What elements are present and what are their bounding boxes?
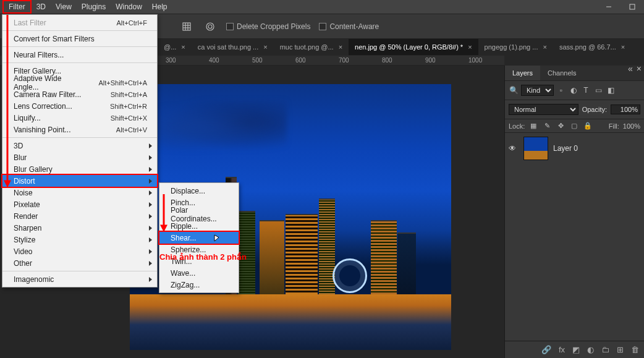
svg-rect-1: [630, 4, 635, 9]
menu-zigzag[interactable]: ZigZag...: [159, 279, 239, 291]
menu-liquify[interactable]: Liquify...Shift+Ctrl+X: [2, 112, 157, 124]
minimize-button[interactable]: [597, 0, 621, 14]
annotation-arrow-2: [159, 194, 168, 232]
layers-footer: 🔗 fx ◩ ◐ 🗀 ⊞ 🗑: [505, 341, 644, 358]
lock-label: Lock:: [509, 122, 525, 130]
menu-displace[interactable]: Displace...: [159, 185, 239, 197]
opacity-value[interactable]: 100%: [611, 104, 640, 114]
tab-2[interactable]: ca voi sat thu.png ...×: [192, 39, 274, 55]
panel-controls: « ×: [628, 64, 642, 74]
menu-window[interactable]: Window: [111, 0, 147, 14]
delete-cropped-checkbox[interactable]: Delete Cropped Pixels: [226, 22, 310, 31]
tab-5[interactable]: pngegg (1).png ...×: [478, 39, 553, 55]
menu-3d-sub[interactable]: 3D: [2, 140, 157, 151]
menu-noise[interactable]: Noise: [2, 187, 157, 198]
close-icon[interactable]: ×: [621, 43, 625, 51]
svg-point-8: [206, 23, 214, 30]
menu-help[interactable]: Help: [147, 0, 172, 14]
menu-polar[interactable]: Polar Coordinates...: [159, 208, 239, 220]
blend-mode-select[interactable]: Normal: [509, 104, 578, 115]
menu-pixelate[interactable]: Pixelate: [2, 198, 157, 210]
menu-camera-raw[interactable]: Camera Raw Filter...Shift+Ctrl+A: [2, 88, 157, 100]
fill-value[interactable]: 100%: [623, 122, 640, 130]
tab-layers[interactable]: Layers: [505, 66, 540, 80]
gear-icon[interactable]: [203, 19, 218, 34]
trash-icon[interactable]: 🗑: [631, 345, 639, 354]
menu-wave[interactable]: Wave...: [159, 267, 239, 279]
group-icon[interactable]: 🗀: [601, 345, 609, 354]
menu-render[interactable]: Render: [2, 210, 157, 222]
menu-neural-filters[interactable]: Neural Filters...: [2, 49, 157, 61]
tab-1[interactable]: @...×: [158, 39, 192, 55]
filter-kind-select[interactable]: Kind: [521, 85, 554, 96]
window-controls: [597, 0, 644, 14]
type-filter-icon[interactable]: T: [581, 85, 591, 95]
layer-row[interactable]: 👁 Layer 0: [505, 133, 644, 164]
tab-channels[interactable]: Channels: [540, 66, 583, 80]
fx-icon[interactable]: fx: [559, 345, 565, 354]
layer-thumbnail[interactable]: [523, 137, 548, 160]
close-panel-icon[interactable]: ×: [637, 64, 642, 74]
fill-label: Fill:: [609, 122, 619, 130]
lock-brush-icon[interactable]: ✎: [542, 122, 552, 130]
panel-tabs: Layers Channels: [505, 66, 644, 81]
tab-4[interactable]: nen.jpg @ 50% (Layer 0, RGB/8#) *×: [349, 39, 478, 55]
menu-view[interactable]: View: [51, 0, 77, 14]
menu-plugins[interactable]: Plugins: [77, 0, 111, 14]
lock-move-icon[interactable]: ✥: [556, 122, 566, 130]
lock-artboard-icon[interactable]: ▢: [569, 122, 579, 130]
new-layer-icon[interactable]: ⊞: [617, 345, 624, 354]
distort-submenu: Displace... Pinch... Polar Coordinates..…: [159, 182, 239, 293]
smart-filter-icon[interactable]: ◧: [606, 85, 616, 95]
lock-transparent-icon[interactable]: ▦: [528, 122, 538, 130]
document-tabs: @...× ca voi sat thu.png ...× muc tuot.p…: [158, 39, 631, 55]
adjustment-filter-icon[interactable]: ◐: [569, 85, 578, 95]
search-icon[interactable]: 🔍: [509, 85, 519, 95]
menu-sharpen[interactable]: Sharpen: [2, 222, 157, 234]
menu-filter[interactable]: Filter: [2, 0, 32, 14]
pixel-filter-icon[interactable]: ▫: [556, 85, 566, 95]
svg-marker-12: [161, 225, 167, 231]
layers-panel: « × Layers Channels 🔍 Kind ▫ ◐ T ▭ ◧ Nor…: [504, 66, 644, 358]
close-icon[interactable]: ×: [468, 43, 472, 51]
maximize-button[interactable]: [621, 0, 644, 14]
link-icon[interactable]: 🔗: [541, 345, 551, 354]
menu-stylize[interactable]: Stylize: [2, 234, 157, 245]
menu-adaptive-wide[interactable]: Adaptive Wide Angle...Alt+Shift+Ctrl+A: [2, 77, 157, 88]
adjustment-icon[interactable]: ◐: [587, 345, 594, 354]
tab-6[interactable]: sass.png @ 66.7...×: [553, 39, 631, 55]
menu-shear[interactable]: Shear...: [159, 232, 239, 244]
annotation-text: Chia ảnh thành 2 phần: [159, 252, 247, 262]
collapse-icon[interactable]: «: [628, 64, 633, 74]
menu-other[interactable]: Other: [2, 257, 157, 269]
menu-blur-gallery[interactable]: Blur Gallery: [2, 163, 157, 175]
menu-video[interactable]: Video: [2, 245, 157, 257]
menu-bar: Filter 3D View Plugins Window Help: [0, 0, 644, 14]
svg-marker-10: [4, 181, 11, 187]
filter-dropdown: Last FilterAlt+Ctrl+F Convert for Smart …: [2, 14, 158, 288]
delete-cropped-label: Delete Cropped Pixels: [237, 22, 310, 31]
close-icon[interactable]: ×: [181, 43, 185, 51]
layer-name[interactable]: Layer 0: [553, 144, 578, 153]
close-icon[interactable]: ×: [339, 43, 342, 51]
menu-distort[interactable]: Distort: [2, 175, 157, 187]
svg-point-7: [208, 25, 212, 28]
menu-vanishing-point[interactable]: Vanishing Point...Alt+Ctrl+V: [2, 124, 157, 135]
opacity-label: Opacity:: [582, 106, 607, 113]
menu-ripple[interactable]: Ripple...: [159, 220, 239, 232]
menu-imagenomic[interactable]: Imagenomic: [2, 273, 157, 285]
lock-all-icon[interactable]: 🔒: [583, 122, 593, 130]
mask-icon[interactable]: ◩: [572, 345, 580, 354]
close-icon[interactable]: ×: [263, 43, 267, 51]
visibility-icon[interactable]: 👁: [509, 144, 519, 153]
grid-icon[interactable]: [179, 19, 194, 34]
close-icon[interactable]: ×: [543, 43, 546, 51]
menu-3d[interactable]: 3D: [32, 0, 51, 14]
content-aware-checkbox[interactable]: Content-Aware: [319, 22, 379, 31]
content-aware-label: Content-Aware: [329, 22, 379, 31]
menu-convert-smart[interactable]: Convert for Smart Filters: [2, 33, 157, 45]
shape-filter-icon[interactable]: ▭: [593, 85, 603, 95]
menu-lens-correction[interactable]: Lens Correction...Shift+Ctrl+R: [2, 100, 157, 112]
tab-3[interactable]: muc tuot.png @...×: [274, 39, 349, 55]
menu-blur[interactable]: Blur: [2, 151, 157, 163]
